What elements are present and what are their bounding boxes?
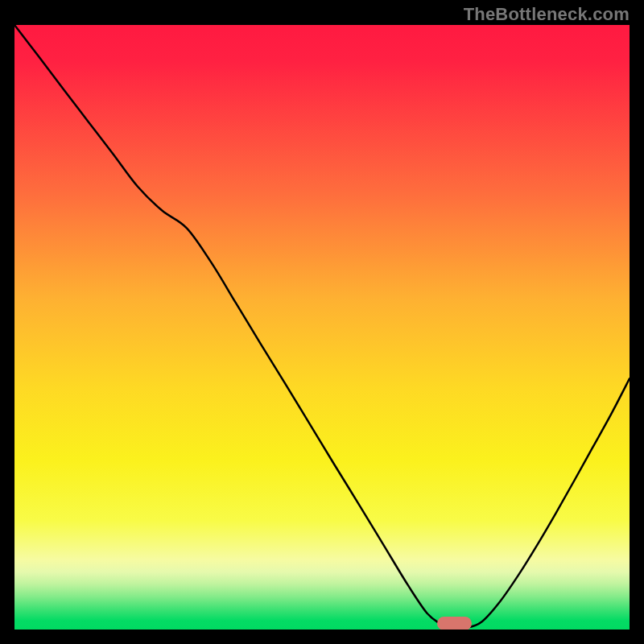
chart-frame	[14, 25, 630, 630]
plot-area	[14, 25, 630, 630]
watermark-text: TheBottleneck.com	[464, 4, 630, 25]
bottleneck-curve	[14, 25, 630, 630]
optimal-point-marker	[437, 617, 472, 630]
